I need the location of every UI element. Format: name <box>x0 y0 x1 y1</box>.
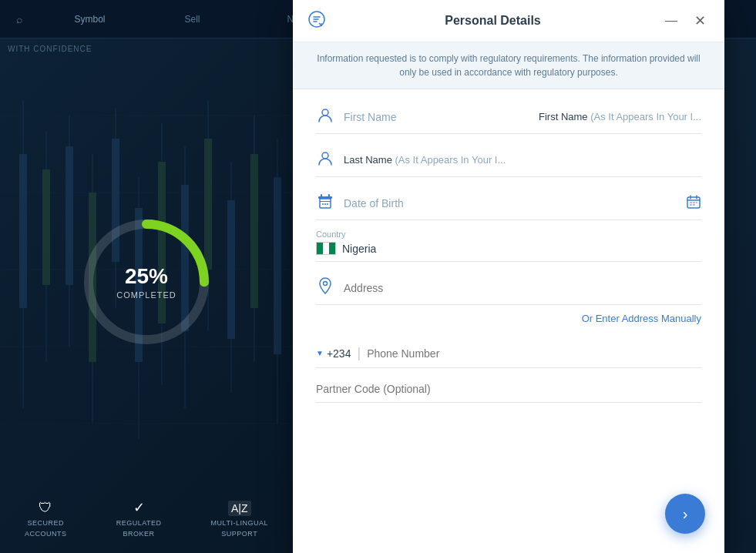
first-name-placeholder-text: First Name (As It Appears In Your I... <box>539 111 701 122</box>
partner-code-field <box>316 374 701 403</box>
regulated-label-line2: BROKER <box>123 530 155 538</box>
header-left <box>308 11 325 32</box>
dob-placeholder: Date of Birth <box>344 197 677 209</box>
completed-label: COMPLETED <box>116 290 176 300</box>
symbol-label: Symbol <box>74 14 105 25</box>
country-field[interactable]: Country Nigeria <box>316 226 701 262</box>
regulated-broker-item: ✓ REGULATED BROKER <box>116 499 162 538</box>
secured-label-line1: SECURED <box>28 519 65 527</box>
search-icon[interactable]: ⌕ <box>16 13 22 25</box>
svg-point-32 <box>322 109 328 116</box>
last-name-placeholder-text: Last Name (As It Appears In Your I... <box>344 154 506 166</box>
next-button[interactable]: › <box>665 494 705 534</box>
header-actions: — ✕ <box>660 12 709 29</box>
phone-field: ▼ +234 | <box>316 337 701 368</box>
multilingual-label-line1: MULTI-LINGUAL <box>211 519 268 527</box>
secured-label-line2: ACCOUNTS <box>25 530 67 538</box>
sell-label: Sell <box>184 14 200 25</box>
symbol-column: Symbol <box>39 14 141 25</box>
phone-code-selector[interactable]: ▼ +234 <box>316 347 351 360</box>
svg-point-33 <box>322 152 328 159</box>
partner-code-input[interactable] <box>316 383 701 395</box>
address-field <box>316 268 701 305</box>
chat-icon <box>308 11 325 32</box>
last-name-field: Last Name (As It Appears In Your I... <box>316 140 701 177</box>
progress-container: 25% COMPLETED <box>77 213 216 351</box>
svg-rect-36 <box>328 194 330 197</box>
phone-number-input[interactable] <box>367 347 701 360</box>
bottom-icons-row: 🛡 SECURED ACCOUNTS ✓ REGULATED BROKER A|… <box>0 499 293 538</box>
first-name-field: First Name (As It Appears In Your I... <box>316 97 701 134</box>
modal-header: Personal Details — ✕ <box>293 0 724 42</box>
multilingual-icon: A|Z <box>228 501 251 516</box>
next-arrow-icon: › <box>683 505 688 523</box>
flag-left-green <box>317 243 323 254</box>
progress-circle: 25% COMPLETED <box>77 213 216 351</box>
modal-title: Personal Details <box>325 14 660 28</box>
svg-rect-10 <box>66 146 73 285</box>
checkmark-icon: ✓ <box>133 499 145 516</box>
dropdown-arrow-icon: ▼ <box>316 349 324 357</box>
minimize-button[interactable]: — <box>660 13 682 28</box>
dob-field[interactable]: Date of Birth <box>316 183 701 220</box>
phone-divider: | <box>357 345 361 361</box>
manual-address-link[interactable]: Or Enter Address Manually <box>582 313 701 324</box>
manual-address-link-container: Or Enter Address Manually <box>316 308 701 334</box>
phone-code-value: +234 <box>327 347 351 360</box>
calendar-icon <box>686 194 701 213</box>
regulated-label-line1: REGULATED <box>116 519 162 527</box>
svg-point-50 <box>324 282 328 286</box>
sell-column: Sell <box>141 14 244 25</box>
birthday-icon <box>316 193 334 213</box>
flag-center-white <box>323 243 329 254</box>
multilingual-item: A|Z MULTI-LINGUAL SUPPORT <box>211 501 268 538</box>
progress-text: 25% COMPLETED <box>116 264 176 300</box>
percent-value: 25% <box>116 264 176 289</box>
info-text: Information requested is to comply with … <box>317 53 700 78</box>
svg-rect-47 <box>696 202 697 203</box>
svg-rect-49 <box>693 204 695 206</box>
with-confidence-text: WITH CONFIDENCE <box>8 45 92 53</box>
person-icon <box>316 106 334 127</box>
modal-body: First Name (As It Appears In Your I... L… <box>293 89 724 553</box>
info-bar: Information requested is to comply with … <box>293 42 724 89</box>
svg-rect-48 <box>690 204 692 206</box>
svg-rect-28 <box>274 177 281 354</box>
svg-point-40 <box>327 203 328 205</box>
country-label: Country <box>316 230 701 239</box>
country-value-row: Nigeria <box>316 242 701 255</box>
close-button[interactable]: ✕ <box>691 12 709 29</box>
secured-accounts-item: 🛡 SECURED ACCOUNTS <box>25 500 67 538</box>
svg-point-39 <box>324 203 326 205</box>
svg-rect-45 <box>690 202 692 203</box>
location-pin-icon <box>316 277 334 298</box>
country-name: Nigeria <box>342 243 376 255</box>
multilingual-label-line2: SUPPORT <box>221 530 257 538</box>
first-name-input[interactable] <box>344 111 529 123</box>
flag-right-green <box>329 243 335 254</box>
svg-rect-6 <box>19 154 27 308</box>
left-panel: WITH CONFIDENCE 25% COMPLETED 🛡 <box>0 39 293 553</box>
person-icon-2 <box>316 149 334 170</box>
svg-rect-8 <box>42 169 50 285</box>
shield-icon: 🛡 <box>39 500 52 516</box>
svg-rect-35 <box>321 194 322 197</box>
personal-details-modal: Personal Details — ✕ Information request… <box>293 0 724 553</box>
search-cell: ⌕ <box>0 13 39 25</box>
nigeria-flag <box>316 242 336 255</box>
svg-rect-24 <box>227 200 235 339</box>
address-input[interactable] <box>344 282 701 294</box>
svg-point-38 <box>322 203 324 205</box>
svg-rect-26 <box>250 154 258 308</box>
next-button-container: › <box>665 494 705 534</box>
svg-rect-46 <box>693 202 695 203</box>
